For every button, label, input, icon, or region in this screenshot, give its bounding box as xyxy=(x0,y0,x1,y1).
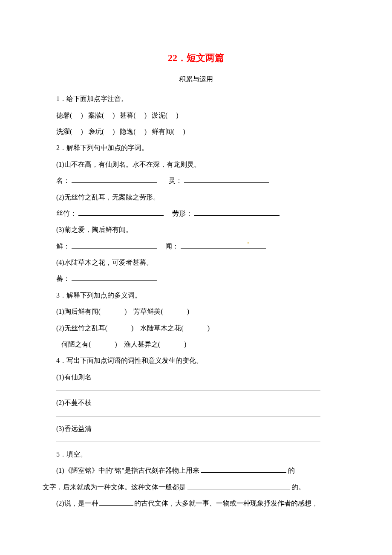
document-subtitle: 积累与运用 xyxy=(43,71,349,87)
q2-item3-answers: 鲜： 闻：▪ xyxy=(43,238,349,254)
q5-i2a: (2)说，是一种 xyxy=(56,500,98,507)
q2-label-wen: 闻： xyxy=(165,243,179,250)
blank[interactable] xyxy=(99,498,133,506)
q5-i1c: 文字，后来就成为一种文体。这种文体一般都是 xyxy=(43,483,186,491)
document-title: 22．短文两篇 xyxy=(43,47,349,69)
blank[interactable] xyxy=(187,481,290,489)
q3-item2b: 何陋之有( ) 渔人甚异之( ) xyxy=(43,336,349,353)
q2-item3: (3)菊之爱，陶后鲜有闻。 xyxy=(43,222,349,238)
blank[interactable] xyxy=(72,240,157,249)
q5-item2: (2)说，是一种的古代文体，大多就一事、一物或一种现象抒发作者的感想， xyxy=(43,495,349,512)
q5-i1a: (1)《陋室铭》中的"铭"是指古代刻在器物上用来 xyxy=(56,467,199,474)
q2-item4: (4)水陆草木之花，可爱者甚蕃。 xyxy=(43,254,349,271)
q4-item1: (1)有仙则名 xyxy=(43,369,349,385)
blank[interactable] xyxy=(194,208,280,216)
q3-item2: (2)无丝竹之乱耳( ) 水陆草木之花( ) xyxy=(43,320,349,336)
q5-i1b: 的 xyxy=(288,467,295,474)
q2-header: 2．解释下列句中加点的字词。 xyxy=(43,140,349,156)
q2-item4-answers: 蕃： xyxy=(43,271,349,287)
q2-item1-answers: 名： 灵： xyxy=(43,173,349,189)
mark-icon: ▪ xyxy=(233,238,249,248)
q2-label-ling: 灵： xyxy=(169,177,182,184)
q5-header: 5．填空。 xyxy=(43,446,349,462)
blank-line[interactable] xyxy=(56,390,320,390)
blank-line[interactable] xyxy=(56,416,320,416)
q5-item1-line1: (1)《陋室铭》中的"铭"是指古代刻在器物上用来的 xyxy=(43,462,349,479)
blank-line[interactable] xyxy=(56,441,320,442)
q1-header: 1．给下面加点字注音。 xyxy=(43,91,349,107)
blank[interactable]: ▪ xyxy=(181,240,266,249)
blank[interactable] xyxy=(78,208,164,216)
blank[interactable] xyxy=(72,273,157,281)
blank[interactable] xyxy=(184,175,269,183)
q2-label-fan: 蕃： xyxy=(56,275,70,282)
q2-label-xian: 鲜： xyxy=(56,243,70,250)
q2-item2: (2)无丝竹之乱耳，无案牍之劳形。 xyxy=(43,189,349,205)
q2-label-ming: 名： xyxy=(56,177,70,184)
q2-label-laoxing: 劳形： xyxy=(172,210,193,217)
q2-item2-answers: 丝竹： 劳形： xyxy=(43,205,349,222)
q2-item1: (1)山不在高，有仙则名。水不在深，有龙则灵。 xyxy=(43,156,349,173)
q1-row2: 洗濯( ) 亵玩( ) 隐逸( ) 鲜有闻( ) xyxy=(43,124,349,140)
q4-header: 4．写出下面加点词语的词性和意义发生的变化。 xyxy=(43,353,349,369)
page-content: 22．短文两篇 积累与运用 1．给下面加点字注音。 德馨( ) 案牍( ) 甚蕃… xyxy=(0,0,392,538)
q3-header: 3．解释下列加点的多义词。 xyxy=(43,287,349,304)
q4-item3: (3)香远益清 xyxy=(43,421,349,437)
blank[interactable] xyxy=(72,175,157,183)
q5-i2b: 的古代文体，大多就一事、一物或一种现象抒发作者的感想， xyxy=(134,500,318,507)
q5-item1-line2: 文字，后来就成为一种文体。这种文体一般都是的。 xyxy=(43,479,349,495)
q3-item1: (1)陶后鲜有闻( ) 芳草鲜美( ) xyxy=(43,304,349,320)
q5-i1d: 的。 xyxy=(291,483,305,491)
blank[interactable] xyxy=(201,465,286,473)
q4-item2: (2)不蔓不枝 xyxy=(43,395,349,411)
q1-row1: 德馨( ) 案牍( ) 甚蕃( ) 淤泥( ) xyxy=(43,107,349,124)
q2-label-sizhu: 丝竹： xyxy=(56,210,77,217)
